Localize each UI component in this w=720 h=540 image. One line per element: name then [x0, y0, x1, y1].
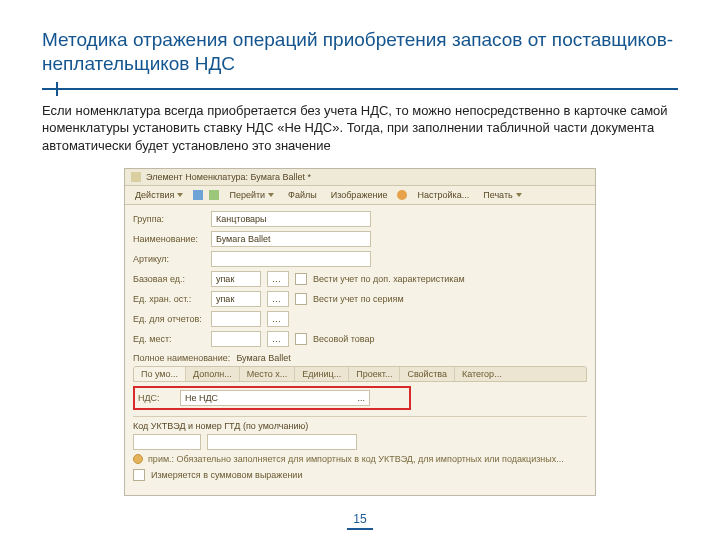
- article-label: Артикул:: [133, 254, 205, 264]
- place-unit-label: Ед. для отчетов:: [133, 314, 205, 324]
- keep-series-checkbox[interactable]: [295, 293, 307, 305]
- toolbar: Действия Перейти Файлы Изображение Настр…: [125, 186, 595, 205]
- store-unit-selector[interactable]: …: [267, 291, 289, 307]
- article-field[interactable]: [211, 251, 371, 267]
- tab-storage[interactable]: Место х...: [240, 367, 296, 381]
- keep-char-label: Вести учет по доп. характеристикам: [313, 274, 465, 284]
- weight-label: Ед. мест:: [133, 334, 205, 344]
- tab-project[interactable]: Проект...: [349, 367, 400, 381]
- name-label: Наименование:: [133, 234, 205, 244]
- images-button[interactable]: Изображение: [327, 189, 392, 201]
- base-unit-label: Базовая ед.:: [133, 274, 205, 284]
- app-window: Элемент Номенклатура: Бумага Ballet * Де…: [124, 168, 596, 496]
- sync-label: Измеряется в суммовом выражении: [151, 470, 302, 480]
- window-icon: [131, 172, 141, 182]
- tab-default[interactable]: По умо...: [134, 367, 186, 381]
- nds-value: Не НДС: [185, 393, 218, 403]
- fullname-label: Полное наименование:: [133, 353, 230, 363]
- page-number: 15: [0, 512, 720, 526]
- gtd-section-label: Код УКТВЭД и номер ГТД (по умолчанию): [133, 421, 587, 431]
- files-button[interactable]: Файлы: [284, 189, 321, 201]
- nds-selector-dots[interactable]: ...: [357, 393, 365, 403]
- nds-highlight: НДС: Не НДС ...: [133, 386, 411, 410]
- tab-strip: По умо... Дополн... Место х... Единиц...…: [133, 366, 587, 382]
- base-unit-field[interactable]: упак: [211, 271, 261, 287]
- chevron-down-icon: [516, 193, 522, 197]
- window-title: Элемент Номенклатура: Бумага Ballet *: [146, 172, 311, 182]
- goto-menu[interactable]: Перейти: [225, 189, 278, 201]
- slide-paragraph: Если номенклатура всегда приобретается б…: [42, 102, 678, 155]
- save-icon[interactable]: [193, 190, 203, 200]
- actions-menu[interactable]: Действия: [131, 189, 187, 201]
- weight-good-checkbox[interactable]: [295, 333, 307, 345]
- window-titlebar: Элемент Номенклатура: Бумага Ballet *: [125, 169, 595, 186]
- weight-good-label: Весовой товар: [313, 334, 375, 344]
- place-unit-field[interactable]: [211, 311, 261, 327]
- base-unit-selector[interactable]: …: [267, 271, 289, 287]
- weight-field[interactable]: [211, 331, 261, 347]
- name-field[interactable]: Бумага Ballet: [211, 231, 371, 247]
- keep-char-checkbox[interactable]: [295, 273, 307, 285]
- info-icon: [133, 454, 143, 464]
- gtd-code-field[interactable]: [133, 434, 201, 450]
- tab-categories[interactable]: Категор...: [455, 367, 509, 381]
- gtd-number-field[interactable]: [207, 434, 357, 450]
- chevron-down-icon: [268, 193, 274, 197]
- tab-units[interactable]: Единиц...: [295, 367, 349, 381]
- sync-checkbox[interactable]: [133, 469, 145, 481]
- keep-series-label: Вести учет по сериям: [313, 294, 404, 304]
- chevron-down-icon: [177, 193, 183, 197]
- title-rule: [42, 84, 678, 92]
- nds-label: НДС:: [138, 393, 174, 403]
- nds-field[interactable]: Не НДС ...: [180, 390, 370, 406]
- weight-selector[interactable]: …: [267, 331, 289, 347]
- tab-additional[interactable]: Дополн...: [186, 367, 240, 381]
- settings-button[interactable]: Настройка...: [413, 189, 473, 201]
- slide-title: Методика отражения операций приобретения…: [42, 28, 678, 76]
- gtd-hint: прим.: Обязательно заполняется для импор…: [133, 454, 587, 464]
- store-unit-label: Ед. хран. ост.:: [133, 294, 205, 304]
- group-field[interactable]: Канцтовары: [211, 211, 371, 227]
- fullname-value: Бумага Ballet: [236, 353, 290, 363]
- add-icon[interactable]: [209, 190, 219, 200]
- store-unit-field[interactable]: упак: [211, 291, 261, 307]
- group-label: Группа:: [133, 214, 205, 224]
- place-unit-selector[interactable]: …: [267, 311, 289, 327]
- help-icon[interactable]: [397, 190, 407, 200]
- tab-properties[interactable]: Свойства: [400, 367, 455, 381]
- print-menu[interactable]: Печать: [479, 189, 525, 201]
